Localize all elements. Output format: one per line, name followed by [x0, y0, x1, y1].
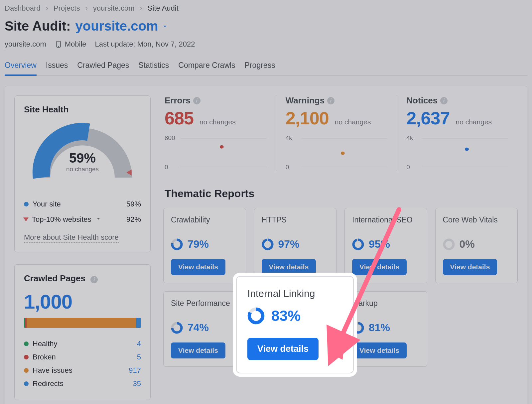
seg-redirects	[136, 318, 141, 328]
report-title: Crawlability	[171, 215, 238, 234]
metric-value: 685	[165, 108, 194, 128]
stat-label: Have issues	[33, 366, 72, 375]
report-international-seo: International SEO 95% View details	[344, 208, 427, 283]
ring-icon	[171, 238, 183, 250]
chevron-right-icon: ›	[140, 4, 142, 13]
breadcrumb-item[interactable]: Dashboard	[5, 4, 41, 13]
metric-sub: no changes	[335, 118, 371, 126]
breadcrumb: Dashboard › Projects › yoursite.com › Si…	[5, 4, 527, 13]
tab-compare-crawls[interactable]: Compare Crawls	[178, 58, 235, 75]
axis-bottom: 0	[286, 164, 289, 171]
metric-value: 2,100	[286, 108, 329, 128]
metric-value: 2,637	[406, 108, 450, 128]
ring-icon	[262, 238, 274, 250]
metric-notices: Noticesi 2,637 no changes 4k 0	[397, 95, 518, 171]
view-details-button[interactable]: View details	[171, 259, 225, 275]
crawled-pages-title: Crawled Pages i	[24, 273, 141, 284]
svg-point-5	[220, 145, 224, 149]
domain-dropdown[interactable]: yoursite.com	[75, 19, 169, 34]
tab-overview[interactable]: Overview	[5, 58, 37, 76]
crawled-stat-redirects: Redirects 35	[24, 377, 141, 390]
report-core-web-vitals: Core Web Vitals 0% View details	[435, 208, 518, 283]
view-details-button[interactable]: View details	[171, 342, 225, 358]
seg-have-issues	[27, 318, 136, 328]
meta-device-label: Mobile	[65, 40, 86, 49]
crawled-pages-bar	[24, 318, 141, 328]
site-health-sub: no changes	[66, 166, 99, 173]
legend-your-site-value: 59%	[126, 200, 141, 208]
report-percent: 79%	[188, 238, 209, 250]
site-health-card: Site Health 59% no changes	[14, 95, 151, 252]
info-icon[interactable]: i	[193, 97, 200, 104]
stat-value[interactable]: 917	[129, 366, 141, 375]
info-icon[interactable]: i	[327, 97, 334, 104]
stat-label: Healthy	[33, 339, 58, 348]
report-percent: 81%	[369, 322, 390, 334]
ring-icon	[443, 238, 455, 250]
report-percent: 74%	[188, 322, 209, 334]
stat-label: Broken	[33, 353, 56, 361]
ring-icon	[352, 322, 364, 334]
report-markup: Markup 81% View details	[344, 291, 427, 367]
site-health-gauge: 59% no changes	[31, 121, 134, 188]
ring-icon	[247, 307, 265, 325]
report-percent: 97%	[278, 238, 300, 250]
tabs: Overview Issues Crawled Pages Statistics…	[5, 58, 527, 76]
stat-value[interactable]: 5	[137, 353, 141, 361]
report-title: Site Performance	[171, 299, 238, 318]
svg-point-11	[465, 148, 469, 151]
chevron-right-icon: ›	[46, 4, 48, 13]
metric-title: Warningsi	[286, 95, 388, 106]
tab-progress[interactable]: Progress	[245, 58, 275, 75]
crawled-pages-value: 1,000	[24, 290, 141, 313]
report-title: Markup	[352, 299, 420, 318]
highlight-title: Internal Linking	[247, 288, 342, 299]
metric-sub: no changes	[456, 118, 492, 126]
chevron-down-icon[interactable]	[95, 215, 101, 224]
legend-triangle-icon	[23, 217, 29, 221]
meta-domain: yoursite.com	[5, 40, 46, 49]
legend-dot-icon	[24, 381, 29, 386]
more-about-site-health-link[interactable]: More about Site Health score	[24, 233, 119, 243]
info-icon[interactable]: i	[440, 97, 448, 104]
breadcrumb-item[interactable]: Projects	[54, 4, 80, 13]
view-details-button[interactable]: View details	[352, 342, 407, 358]
seg-other	[141, 318, 141, 328]
site-health-percent: 59%	[66, 151, 99, 166]
ring-icon	[171, 322, 183, 334]
stat-value[interactable]: 4	[137, 339, 141, 348]
crawled-pages-card: Crawled Pages i 1,000 Healthy 4 Broken 5…	[14, 264, 151, 400]
tab-statistics[interactable]: Statistics	[138, 58, 169, 75]
crawled-stat-healthy: Healthy 4	[24, 337, 141, 350]
view-details-button[interactable]: View details	[262, 259, 316, 275]
breadcrumb-item[interactable]: yoursite.com	[93, 4, 135, 13]
meta-device: Mobile	[55, 40, 86, 49]
legend-top10-label: Top-10% websites	[32, 215, 91, 224]
chevron-down-icon	[161, 23, 169, 30]
chevron-right-icon: ›	[85, 4, 87, 13]
svg-point-17	[353, 240, 363, 249]
axis-top: 4k	[286, 134, 292, 142]
page-title: Site Audit:	[5, 19, 71, 34]
stat-value[interactable]: 35	[133, 379, 141, 388]
highlight-view-details-button[interactable]: View details	[247, 338, 319, 360]
view-details-button[interactable]: View details	[352, 259, 407, 275]
report-site-performance: Site Performance 74% View details	[163, 291, 246, 367]
breadcrumb-current: Site Audit	[148, 4, 179, 13]
report-percent: 95%	[369, 238, 390, 250]
info-icon[interactable]: i	[90, 276, 98, 283]
internal-linking-highlight: Internal Linking 83% View details	[236, 276, 354, 373]
tab-issues[interactable]: Issues	[46, 58, 68, 75]
tab-crawled-pages[interactable]: Crawled Pages	[77, 58, 129, 75]
metric-sub: no changes	[200, 118, 236, 126]
report-title: Core Web Vitals	[443, 215, 510, 234]
legend-top10-value: 92%	[126, 215, 141, 224]
legend-your-site-label: Your site	[33, 200, 61, 208]
highlight-percent: 83%	[271, 308, 301, 324]
svg-point-8	[341, 152, 345, 155]
view-details-button[interactable]: View details	[443, 259, 497, 275]
metric-warnings: Warningsi 2,100 no changes 4k 0	[276, 95, 397, 171]
crawled-stat-broken: Broken 5	[24, 350, 141, 364]
axis-top: 800	[165, 134, 175, 142]
site-health-title: Site Health	[24, 104, 141, 115]
